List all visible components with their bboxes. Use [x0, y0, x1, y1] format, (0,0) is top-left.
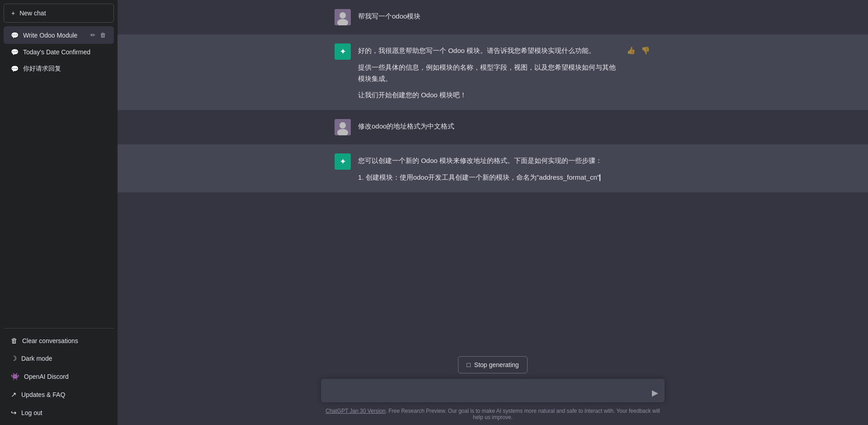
sidebar-bottom-actions: 🗑 Clear conversations ☽ Dark mode 👾 Open…: [4, 332, 114, 421]
assistant-message-2: ✦ 您可以创建一个新的 Odoo 模块来修改地址的格式。下面是如何实现的一些步骤…: [118, 144, 868, 192]
chat-icon: 💬: [11, 32, 19, 39]
bot-avatar: ✦: [335, 153, 351, 170]
clear-conversations-action[interactable]: 🗑 Clear conversations: [4, 332, 114, 349]
dark-mode-label: Dark mode: [21, 355, 52, 362]
chatgpt-version-link[interactable]: ChatGPT Jan 30 Version: [326, 408, 386, 414]
new-chat-label: New chat: [19, 10, 46, 17]
sidebar-item-todays-date[interactable]: 💬 Today's Date Confirmed: [4, 44, 114, 60]
assistant-message-1: ✦ 好的，我很愿意帮助您写一个 Odoo 模块。请告诉我您希望模块实现什么功能。…: [118, 34, 868, 110]
sidebar-item-write-odoo[interactable]: 💬 Write Odoo Module ✏ 🗑: [4, 26, 114, 44]
user-avatar: [335, 9, 351, 25]
stop-label: Stop generating: [474, 361, 519, 368]
footer: ChatGPT Jan 30 Version. Free Research Pr…: [321, 408, 665, 425]
logout-action[interactable]: ↪ Log out: [4, 404, 114, 421]
conversation-label: 你好请求回复: [23, 65, 107, 73]
stop-icon: □: [467, 361, 470, 368]
svg-point-1: [340, 12, 346, 19]
discord-icon: 👾: [11, 372, 19, 381]
chat-input[interactable]: [321, 379, 665, 402]
user-message-2: 修改odoo的地址格式为中文格式: [118, 110, 868, 144]
stop-btn-container: □ Stop generating: [458, 356, 527, 373]
trash-icon: 🗑: [11, 337, 18, 344]
svg-text:✦: ✦: [340, 157, 346, 166]
plus-icon: +: [11, 10, 15, 17]
conversation-actions: ✏ 🗑: [90, 31, 107, 39]
send-button[interactable]: ▶: [651, 387, 659, 399]
chat-input-container: ▶: [321, 379, 665, 404]
streaming-message-text: 您可以创建一个新的 Odoo 模块来修改地址的格式。下面是如何实现的一些步骤： …: [358, 153, 651, 183]
discord-action[interactable]: 👾 OpenAI Discord: [4, 368, 114, 385]
thumbs-up-button[interactable]: 👍: [626, 45, 637, 56]
user-message-1: 帮我写一个odoo模块: [118, 0, 868, 34]
stop-generating-button[interactable]: □ Stop generating: [458, 356, 527, 373]
logout-label: Log out: [21, 409, 42, 416]
discord-label: OpenAI Discord: [24, 373, 69, 380]
chat-icon: 💬: [11, 48, 19, 56]
main-content: 帮我写一个odoo模块 ✦ 好的，我很愿意帮助您写一个 Odoo 模块。请告诉我…: [118, 0, 868, 425]
delete-conversation-button[interactable]: 🗑: [99, 31, 107, 39]
edit-conversation-button[interactable]: ✏: [90, 31, 96, 39]
svg-text:✦: ✦: [340, 47, 346, 56]
message-text: 好的，我很愿意帮助您写一个 Odoo 模块。请告诉我您希望模块实现什么功能。 提…: [358, 43, 618, 101]
chat-area: 帮我写一个odoo模块 ✦ 好的，我很愿意帮助您写一个 Odoo 模块。请告诉我…: [118, 0, 868, 351]
message-text: 帮我写一个odoo模块: [358, 9, 651, 22]
send-icon: ▶: [652, 388, 658, 397]
bot-avatar: ✦: [335, 43, 351, 60]
updates-faq-action[interactable]: ↗ Updates & FAQ: [4, 386, 114, 403]
external-link-icon: ↗: [11, 391, 17, 399]
conversation-list: 💬 Write Odoo Module ✏ 🗑 💬 Today's Date C…: [4, 26, 114, 325]
logout-icon: ↪: [11, 409, 17, 417]
svg-point-6: [340, 122, 346, 129]
sidebar: + New chat 💬 Write Odoo Module ✏ 🗑 💬 Tod…: [0, 0, 118, 425]
streaming-cursor: [599, 174, 600, 181]
user-avatar: [335, 119, 351, 135]
dark-mode-action[interactable]: ☽ Dark mode: [4, 350, 114, 367]
conversation-label: Write Odoo Module: [23, 32, 85, 39]
message-text: 修改odoo的地址格式为中文格式: [358, 119, 651, 132]
message-feedback-actions: 👍 👎: [626, 45, 651, 56]
conversation-label: Today's Date Confirmed: [23, 48, 107, 56]
clear-conversations-label: Clear conversations: [22, 337, 78, 344]
new-chat-button[interactable]: + New chat: [4, 4, 114, 23]
footer-text-content: . Free Research Preview. Our goal is to …: [386, 408, 660, 420]
chat-icon: 💬: [11, 65, 19, 72]
bottom-area: □ Stop generating ▶ ChatGPT Jan 30 Versi…: [118, 351, 868, 425]
sidebar-divider: [4, 328, 114, 329]
updates-faq-label: Updates & FAQ: [21, 391, 65, 398]
moon-icon: ☽: [11, 354, 17, 363]
thumbs-down-button[interactable]: 👎: [640, 45, 651, 56]
sidebar-item-nihao[interactable]: 💬 你好请求回复: [4, 60, 114, 77]
